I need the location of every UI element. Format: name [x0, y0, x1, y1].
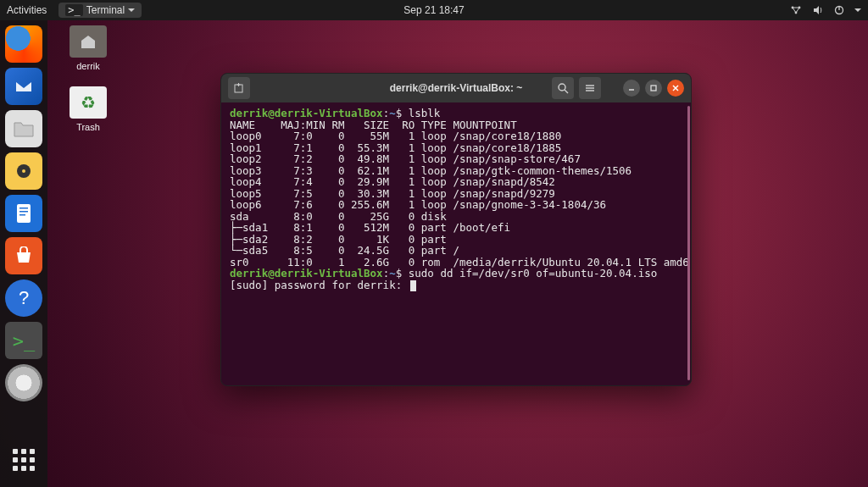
dock-files[interactable]	[5, 110, 42, 147]
chevron-down-icon	[128, 8, 135, 12]
svg-rect-8	[19, 208, 28, 209]
show-applications-button[interactable]	[5, 441, 42, 479]
command-2: sudo dd if=/dev/sr0 of=ubuntu-20.04.iso	[409, 267, 658, 279]
svg-rect-10	[19, 214, 25, 216]
svg-rect-20	[651, 86, 656, 91]
window-title: derrik@derrik-VirtualBox: ~	[390, 82, 523, 94]
dock: ? >_	[0, 20, 47, 487]
top-bar: Activities >_ Terminal Sep 21 18:47	[0, 0, 868, 20]
power-icon[interactable]	[834, 5, 844, 15]
system-menu-chevron-icon[interactable]	[854, 8, 861, 12]
svg-point-14	[559, 84, 565, 91]
svg-point-6	[22, 169, 25, 173]
desktop-home-label: derrik	[61, 61, 115, 71]
terminal-window: derrik@derrik-VirtualBox: ~ derrik@derri…	[220, 73, 692, 386]
desktop-home-folder[interactable]: derrik	[61, 25, 115, 71]
new-tab-button[interactable]	[228, 77, 250, 99]
dock-thunderbird[interactable]	[5, 68, 42, 105]
app-menu-button[interactable]: >_ Terminal	[58, 3, 142, 18]
dock-rhythmbox[interactable]	[5, 152, 42, 190]
sudo-prompt: [sudo] password for derrik:	[230, 279, 409, 291]
network-icon[interactable]	[790, 5, 802, 15]
home-icon	[70, 25, 107, 58]
app-menu-label: Terminal	[86, 4, 125, 16]
dock-firefox[interactable]	[5, 25, 42, 63]
terminal-scrollbar[interactable]	[687, 106, 690, 380]
search-button[interactable]	[552, 77, 574, 99]
window-titlebar[interactable]: derrik@derrik-VirtualBox: ~	[221, 74, 691, 102]
terminal-content[interactable]: derrik@derrik-VirtualBox:~$ lsblk NAME M…	[221, 102, 687, 382]
terminal-icon: >_	[65, 4, 82, 16]
desktop-trash[interactable]: ♻ Trash	[61, 86, 115, 132]
svg-rect-9	[19, 211, 28, 213]
dock-writer[interactable]	[5, 195, 42, 232]
dock-help[interactable]: ?	[5, 279, 42, 317]
cursor	[410, 280, 416, 291]
window-maximize-button[interactable]	[645, 80, 662, 97]
trash-icon: ♻	[70, 86, 107, 119]
svg-rect-7	[17, 204, 31, 223]
window-close-button[interactable]	[667, 80, 684, 97]
dock-software[interactable]	[5, 237, 42, 274]
volume-icon[interactable]	[812, 5, 824, 15]
svg-line-15	[565, 90, 568, 93]
hamburger-menu-button[interactable]	[579, 77, 601, 99]
dock-disc[interactable]	[5, 364, 42, 401]
desktop-icons: derrik ♻ Trash	[61, 25, 115, 132]
activities-button[interactable]: Activities	[7, 4, 47, 16]
clock[interactable]: Sep 21 18:47	[403, 4, 464, 16]
dock-terminal[interactable]: >_	[5, 322, 42, 359]
desktop-trash-label: Trash	[61, 122, 115, 132]
window-minimize-button[interactable]	[623, 80, 640, 97]
